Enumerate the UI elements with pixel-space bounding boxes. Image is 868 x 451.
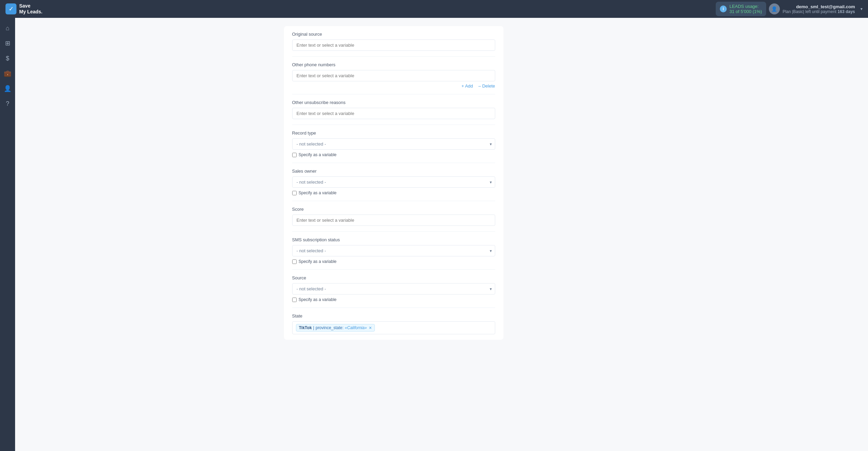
other-unsubscribe-reasons-group: Other unsubscribe reasons	[292, 94, 495, 125]
chip-separator: |	[313, 325, 314, 330]
sms-subscription-checkbox-label[interactable]: Specify as a variable	[299, 259, 337, 264]
right-panel	[772, 18, 868, 451]
chip-field: province_state:	[316, 325, 343, 330]
source-select-wrapper: - not selected - ▾	[292, 283, 495, 294]
user-menu[interactable]: 👤 demo_sml_test@gmail.com Plan |Basic| l…	[769, 3, 863, 14]
record-type-select[interactable]: - not selected -	[292, 138, 495, 150]
sms-subscription-checkbox[interactable]	[292, 259, 297, 264]
source-select[interactable]: - not selected -	[292, 283, 495, 294]
sales-owner-group: Sales owner - not selected - ▾ Specify a…	[292, 163, 495, 201]
original-source-input[interactable]	[292, 39, 495, 51]
other-unsubscribe-reasons-label: Other unsubscribe reasons	[292, 100, 495, 105]
sidebar-item-home[interactable]: ⌂	[1, 22, 14, 34]
brand-text: Save My Leads.	[19, 3, 43, 15]
delete-phone-button[interactable]: – Delete	[478, 83, 495, 89]
sidebar-item-billing[interactable]: $	[1, 52, 14, 65]
score-input[interactable]	[292, 215, 495, 226]
state-chip: TikTok | province_state: «California» ×	[296, 324, 375, 332]
original-source-label: Original source	[292, 32, 495, 37]
user-menu-chevron-icon: ▾	[860, 7, 863, 11]
sidebar-item-person[interactable]: 👤	[1, 82, 14, 95]
source-checkbox-label[interactable]: Specify as a variable	[299, 297, 337, 302]
record-type-select-wrapper: - not selected - ▾	[292, 138, 495, 150]
sidebar-item-connections[interactable]: ⊞	[1, 37, 14, 49]
sms-subscription-status-label: SMS subscription status	[292, 237, 495, 242]
original-source-group: Original source	[292, 26, 495, 57]
logo-icon: ✓	[5, 3, 16, 14]
sales-owner-select-wrapper: - not selected - ▾	[292, 176, 495, 188]
navbar: ✓ Save My Leads. i LEADS usage: 31 of 5'…	[0, 0, 868, 18]
source-label: Source	[292, 275, 495, 280]
record-type-checkbox-row: Specify as a variable	[292, 152, 495, 157]
sidebar: ⌂ ⊞ $ 💼 👤 ?	[0, 18, 15, 451]
sms-subscription-status-select[interactable]: - not selected -	[292, 245, 495, 256]
source-checkbox-row: Specify as a variable	[292, 297, 495, 302]
sms-subscription-status-group: SMS subscription status - not selected -…	[292, 232, 495, 270]
sales-owner-checkbox-label[interactable]: Specify as a variable	[299, 190, 337, 195]
sales-owner-select[interactable]: - not selected -	[292, 176, 495, 188]
avatar: 👤	[769, 3, 780, 14]
state-label: State	[292, 313, 495, 319]
other-unsubscribe-reasons-input[interactable]	[292, 108, 495, 119]
other-phone-numbers-label: Other phone numbers	[292, 62, 495, 67]
other-phone-numbers-input[interactable]	[292, 70, 495, 81]
state-chip-container[interactable]: TikTok | province_state: «California» ×	[292, 321, 495, 334]
sms-subscription-status-select-wrapper: - not selected - ▾	[292, 245, 495, 256]
chip-source: TikTok	[299, 325, 312, 330]
sidebar-item-help[interactable]: ?	[1, 97, 14, 110]
source-group: Source - not selected - ▾ Specify as a v…	[292, 270, 495, 308]
sidebar-item-briefcase[interactable]: 💼	[1, 67, 14, 80]
chip-value: «California»	[345, 325, 367, 330]
leads-usage-widget[interactable]: i LEADS usage: 31 of 5'000 (1%)	[716, 2, 766, 16]
sales-owner-label: Sales owner	[292, 169, 495, 174]
score-group: Score	[292, 201, 495, 232]
record-type-checkbox[interactable]	[292, 153, 297, 157]
record-type-label: Record type	[292, 130, 495, 136]
source-checkbox[interactable]	[292, 298, 297, 302]
sms-subscription-checkbox-row: Specify as a variable	[292, 259, 495, 264]
add-phone-button[interactable]: + Add	[461, 83, 473, 89]
leads-usage-text: LEADS usage: 31 of 5'000 (1%)	[729, 4, 762, 14]
other-phone-numbers-group: Other phone numbers + Add – Delete	[292, 57, 495, 94]
content-panel: Original source Other phone numbers + Ad…	[15, 18, 772, 451]
info-icon: i	[720, 5, 727, 12]
main-layout: ⌂ ⊞ $ 💼 👤 ? Original source Other phone …	[0, 18, 868, 451]
add-delete-row: + Add – Delete	[292, 83, 495, 89]
chip-close-icon[interactable]: ×	[369, 325, 372, 331]
score-label: Score	[292, 207, 495, 212]
form-container: Original source Other phone numbers + Ad…	[284, 26, 503, 340]
user-info: demo_sml_test@gmail.com Plan |Basic| lef…	[783, 4, 855, 14]
record-type-group: Record type - not selected - ▾ Specify a…	[292, 125, 495, 163]
state-group: State TikTok | province_state: «Californ…	[292, 308, 495, 340]
sales-owner-checkbox-row: Specify as a variable	[292, 190, 495, 195]
record-type-checkbox-label[interactable]: Specify as a variable	[299, 152, 337, 157]
sales-owner-checkbox[interactable]	[292, 191, 297, 195]
brand: ✓ Save My Leads.	[5, 3, 43, 15]
